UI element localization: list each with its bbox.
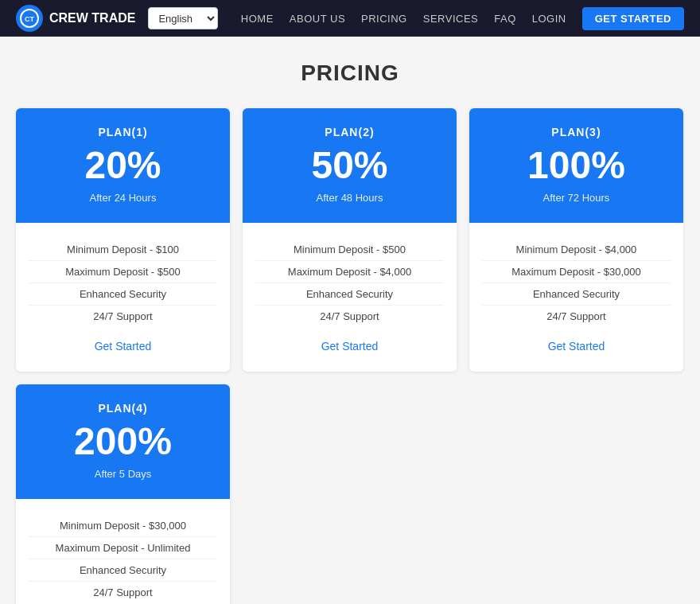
plan-2-header: PLAN(2) 50% After 48 Hours (243, 108, 457, 223)
plan-1-feature-3: Enhanced Security (29, 283, 217, 306)
plan-card-3: PLAN(3) 100% After 72 Hours Minimum Depo… (469, 108, 683, 372)
page-title: PRICING (16, 60, 684, 86)
nav-pricing[interactable]: PRICING (361, 13, 407, 25)
nav-about[interactable]: ABOUT US (290, 13, 345, 25)
plan-2-body: Minimum Deposit - $500 Maximum Deposit -… (243, 223, 457, 372)
nav-services[interactable]: SERVICES (423, 13, 479, 25)
plan-3-feature-4: 24/7 Support (482, 306, 671, 327)
plan-1-feature-2: Maximum Deposit - $500 (29, 261, 217, 283)
pricing-grid: PLAN(1) 20% After 24 Hours Minimum Depos… (16, 108, 684, 604)
plan-4-name: PLAN(4) (29, 402, 217, 415)
plan-3-cta[interactable]: Get Started (482, 340, 671, 353)
plan-2-feature-2: Maximum Deposit - $4,000 (255, 261, 444, 283)
plan-1-name: PLAN(1) (29, 126, 217, 138)
svg-text:CT: CT (25, 15, 34, 23)
plan-1-feature-4: 24/7 Support (29, 306, 217, 327)
plan-3-feature-1: Minimum Deposit - $4,000 (482, 239, 671, 261)
plan-1-body: Minimum Deposit - $100 Maximum Deposit -… (16, 223, 230, 372)
plan-1-duration: After 24 Hours (29, 192, 217, 204)
plan-4-feature-1: Minimum Deposit - $30,000 (29, 515, 217, 537)
plan-4-duration: After 5 Days (29, 468, 217, 480)
plan-4-header: PLAN(4) 200% After 5 Days (16, 384, 230, 499)
brand-icon: CT (16, 5, 43, 32)
nav-login[interactable]: LOGIN (532, 13, 566, 25)
plan-2-cta[interactable]: Get Started (255, 340, 444, 353)
plan-4-feature-3: Enhanced Security (29, 559, 217, 582)
plan-card-4: PLAN(4) 200% After 5 Days Minimum Deposi… (16, 384, 230, 604)
plan-4-body: Minimum Deposit - $30,000 Maximum Deposi… (16, 499, 230, 604)
plan-3-duration: After 72 Hours (482, 192, 671, 204)
nav-faq[interactable]: FAQ (494, 13, 516, 25)
plan-2-feature-3: Enhanced Security (255, 283, 444, 306)
plan-4-feature-4: 24/7 Support (29, 582, 217, 603)
plan-3-feature-2: Maximum Deposit - $30,000 (482, 261, 671, 283)
plan-2-duration: After 48 Hours (255, 192, 444, 204)
plan-3-feature-3: Enhanced Security (482, 283, 671, 306)
plan-1-percent: 20% (29, 145, 217, 187)
plan-1-feature-1: Minimum Deposit - $100 (29, 239, 217, 261)
nav-links: HOME ABOUT US PRICING SERVICES FAQ LOGIN… (241, 7, 684, 30)
plan-card-1: PLAN(1) 20% After 24 Hours Minimum Depos… (16, 108, 230, 372)
nav-get-started-button[interactable]: GET STARTED (582, 7, 684, 30)
brand-name: CREW TRADE (49, 11, 135, 25)
plan-2-name: PLAN(2) (255, 126, 444, 138)
plan-4-percent: 200% (29, 421, 217, 463)
plan-4-feature-2: Maximum Deposit - Unlimited (29, 537, 217, 559)
plan-3-body: Minimum Deposit - $4,000 Maximum Deposit… (469, 223, 683, 372)
plan-1-header: PLAN(1) 20% After 24 Hours (16, 108, 230, 223)
main-content: PRICING PLAN(1) 20% After 24 Hours Minim… (0, 37, 700, 604)
plan-1-cta[interactable]: Get Started (29, 340, 217, 353)
navbar: CT CREW TRADE English Español Français H… (0, 0, 700, 37)
plan-card-2: PLAN(2) 50% After 48 Hours Minimum Depos… (243, 108, 457, 372)
nav-home[interactable]: HOME (241, 13, 274, 25)
plan-3-percent: 100% (482, 145, 671, 187)
brand-link[interactable]: CT CREW TRADE (16, 5, 135, 32)
plan-3-header: PLAN(3) 100% After 72 Hours (469, 108, 683, 223)
plan-2-percent: 50% (255, 145, 444, 187)
language-select[interactable]: English Español Français (148, 7, 218, 29)
plan-3-name: PLAN(3) (482, 126, 671, 138)
plan-2-feature-1: Minimum Deposit - $500 (255, 239, 444, 261)
plan-2-feature-4: 24/7 Support (255, 306, 444, 327)
